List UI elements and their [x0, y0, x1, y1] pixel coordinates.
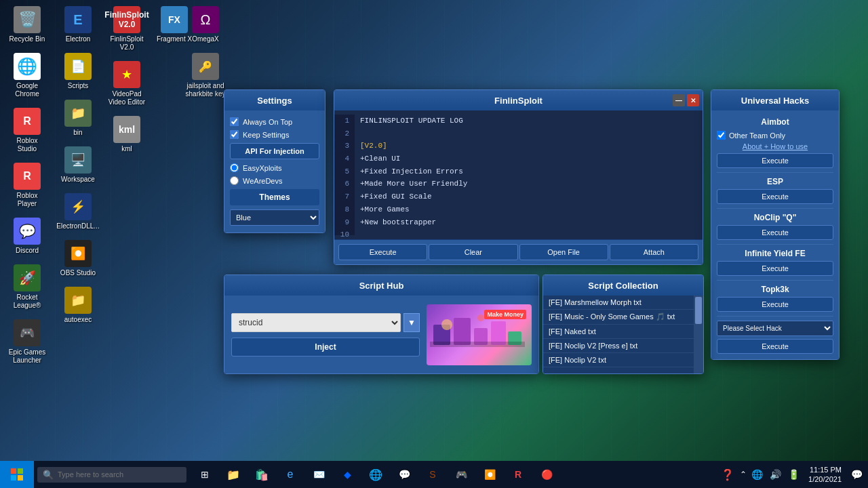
- desktop-icon-roblox-studio[interactable]: R Roblox Studio: [3, 105, 51, 156]
- api-for-injection-button[interactable]: API For Injection: [230, 143, 319, 159]
- noclip-execute-button[interactable]: Execute: [717, 225, 833, 240]
- desktop-icon-obs[interactable]: ⏺️ OBS Studio: [54, 237, 102, 280]
- finlin-window: FinlinSploit — ✕ 123456789101112131415 F…: [334, 89, 703, 265]
- svg-rect-8: [11, 468, 16, 474]
- desktop-icon-workspace[interactable]: 🖥️ Workspace: [54, 144, 102, 186]
- keep-settings-label: Keep Settings: [243, 131, 290, 139]
- desktop-icon-bin[interactable]: 📁 bin: [54, 97, 102, 140]
- file-explorer-icon[interactable]: 📁: [220, 462, 246, 487]
- aimbot-title: Aimbot: [717, 116, 833, 128]
- synapse-icon[interactable]: S: [420, 462, 446, 487]
- desktop-icon-epic-games[interactable]: 🎮 Epic Games Launcher: [3, 317, 51, 367]
- scrollbar-thumb[interactable]: [695, 297, 702, 324]
- scrollbar[interactable]: [694, 296, 703, 373]
- mail-icon[interactable]: ✉️: [306, 462, 332, 487]
- svg-rect-10: [11, 475, 16, 481]
- settings-body: Always On Top Keep Settings API For Inje…: [224, 110, 325, 232]
- search-input[interactable]: [58, 470, 173, 479]
- wearedevs-row[interactable]: WeAreDevs: [230, 176, 319, 185]
- obs-taskbar-icon[interactable]: ⏺️: [477, 462, 502, 487]
- finlin-editor[interactable]: 123456789101112131415 FINLINSPLOIT UPDAT…: [334, 110, 703, 239]
- system-clock[interactable]: 11:15 PM 1/20/2021: [804, 465, 846, 485]
- desktop-icon-autoexec[interactable]: 📁 autoexec: [54, 284, 102, 327]
- chrome-taskbar-icon[interactable]: 🌐: [363, 462, 389, 487]
- svg-rect-1: [454, 318, 471, 345]
- desktop-icon-recycle-bin[interactable]: 🗑️ Recycle Bin: [3, 3, 51, 46]
- scripthub-window: Script Hub strucid Arsenal Phantom Force…: [224, 274, 539, 374]
- themes-select[interactable]: Blue Red Green Dark: [230, 209, 319, 226]
- execute-button[interactable]: Execute: [338, 244, 427, 260]
- discord-taskbar-icon[interactable]: 💬: [391, 462, 417, 487]
- desktop-icon-vidpad[interactable]: ★ VideoPad Video Editor: [103, 58, 151, 109]
- separator-5: [717, 316, 833, 317]
- aimbot-execute-button[interactable]: Execute: [717, 153, 833, 168]
- finlin-body: 123456789101112131415 FINLINSPLOIT UPDAT…: [334, 110, 703, 264]
- separator-1: [717, 172, 833, 173]
- hacks-titlebar[interactable]: Universal Hacks: [711, 90, 839, 110]
- desktop-icon-kml[interactable]: kml kml: [103, 113, 151, 156]
- topk3k-execute-button[interactable]: Execute: [717, 297, 833, 312]
- scripthub-select-arrow[interactable]: ▼: [403, 313, 420, 332]
- help-icon[interactable]: ❓: [721, 468, 734, 481]
- taskbar-search[interactable]: 🔍: [37, 467, 186, 483]
- chevron-up-icon[interactable]: ⌃: [740, 470, 747, 479]
- scripthub-script-select[interactable]: strucid Arsenal Phantom Forces Jailbreak: [231, 313, 401, 332]
- svg-rect-11: [18, 475, 23, 481]
- desktop-icon-sharkbite[interactable]: 🔑 jailsploit and sharkbite key: [182, 50, 229, 101]
- unknown-taskbar-icon[interactable]: 🔴: [534, 462, 559, 487]
- wearedevs-radio[interactable]: [230, 176, 239, 185]
- battery-icon[interactable]: 🔋: [788, 469, 800, 480]
- desktop-icon-google-chrome[interactable]: 🌐 Google Chrome: [3, 50, 51, 101]
- desktop-icon-electron-dll[interactable]: ⚡ ElectronDLL...: [54, 190, 102, 233]
- easyxploits-row[interactable]: EasyXploits: [230, 163, 319, 172]
- scripthub-inject-button[interactable]: Inject: [231, 338, 420, 357]
- always-on-top-checkbox[interactable]: [230, 117, 239, 126]
- desktop-icon-omegax[interactable]: Ω OmegaX: [182, 3, 229, 46]
- other-team-only-row[interactable]: Other Team Only: [717, 131, 833, 140]
- store-icon[interactable]: 🛍️: [249, 462, 275, 487]
- list-item[interactable]: [FE] Marshmellow Morph txt: [543, 296, 703, 310]
- desktop-icon-rocket-league[interactable]: 🚀 Rocket League®: [3, 262, 51, 312]
- esp-execute-button[interactable]: Execute: [717, 189, 833, 204]
- desktop-icon-finlinsploit[interactable]: FinlinSploit V2.0 FinlinSploit V2.0: [103, 3, 151, 54]
- dropbox-icon[interactable]: ◆: [334, 462, 360, 487]
- list-item[interactable]: [FE] Noclip V2 txt: [543, 353, 703, 367]
- notification-icon[interactable]: 💬: [851, 469, 863, 480]
- task-view-icon[interactable]: ⊞: [192, 462, 218, 487]
- desktop-icon-roblox-player[interactable]: R Roblox Player: [3, 160, 51, 211]
- other-team-only-checkbox[interactable]: [717, 131, 726, 140]
- list-item[interactable]: [FE] Music - Only Some Games 🎵 txt: [543, 310, 703, 325]
- finlin-titlebar[interactable]: FinlinSploit — ✕: [334, 90, 703, 110]
- network-icon[interactable]: 🌐: [751, 469, 763, 480]
- always-on-top-label: Always On Top: [243, 118, 292, 126]
- epic-taskbar-icon[interactable]: 🎮: [448, 462, 474, 487]
- always-on-top-row[interactable]: Always On Top: [230, 117, 319, 126]
- script-collection-titlebar[interactable]: Script Collection: [543, 275, 703, 296]
- scripthub-titlebar[interactable]: Script Hub: [224, 275, 538, 296]
- desktop-icon-scripts[interactable]: 📄 Scripts: [54, 50, 102, 93]
- select-hack-execute-button[interactable]: Execute: [717, 339, 833, 354]
- about-how-to-use-link[interactable]: About + How to use: [717, 142, 833, 150]
- infinite-yield-execute-button[interactable]: Execute: [717, 261, 833, 276]
- finlin-close-button[interactable]: ✕: [687, 94, 699, 106]
- edge-icon[interactable]: e: [277, 462, 303, 487]
- open-file-button[interactable]: Open File: [519, 244, 608, 260]
- finlin-minimize-button[interactable]: —: [673, 94, 685, 106]
- clear-button[interactable]: Clear: [429, 244, 517, 260]
- keep-settings-checkbox[interactable]: [230, 130, 239, 139]
- line-numbers: 123456789101112131415: [334, 115, 355, 235]
- list-item[interactable]: [FE] Naked txt: [543, 325, 703, 339]
- keep-settings-row[interactable]: Keep Settings: [230, 130, 319, 139]
- desktop-icon-electron[interactable]: E Electron: [54, 3, 102, 46]
- speaker-icon[interactable]: 🔊: [770, 469, 781, 480]
- list-item[interactable]: [FE] Noclip V2 [Press e] txt: [543, 339, 703, 353]
- scripthub-title: Script Hub: [359, 281, 404, 291]
- start-button[interactable]: [0, 461, 34, 488]
- settings-titlebar[interactable]: Settings: [224, 90, 325, 110]
- roblox-taskbar-icon[interactable]: R: [505, 462, 531, 487]
- easyxploits-radio[interactable]: [230, 163, 239, 172]
- scripthub-left: strucid Arsenal Phantom Forces Jailbreak…: [231, 313, 420, 357]
- attach-button[interactable]: Attach: [610, 244, 698, 260]
- please-select-hack-dropdown[interactable]: Please Select Hack Aimbot ESP NoClip Q I…: [717, 321, 833, 336]
- desktop-icon-discord[interactable]: 💬 Discord: [3, 215, 51, 258]
